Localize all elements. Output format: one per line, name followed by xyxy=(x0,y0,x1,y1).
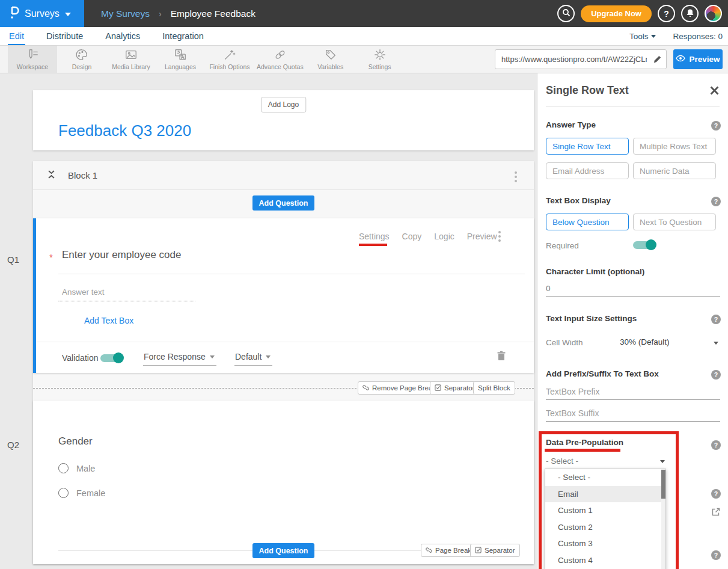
block-menu-kebab-icon[interactable] xyxy=(515,171,517,182)
add-question-button-top[interactable]: Add Question xyxy=(252,195,315,211)
toolbar-item-variables[interactable]: Variables xyxy=(306,46,355,73)
cell-width-value[interactable]: 30% (Default) xyxy=(620,337,670,346)
radio-female[interactable] xyxy=(58,488,69,498)
option-custom-4[interactable]: Custom 4 xyxy=(545,552,665,569)
text-box-display-label: Text Box Display xyxy=(546,196,611,205)
validation-toggle[interactable] xyxy=(100,352,124,363)
q2-number-label: Q2 xyxy=(7,440,19,450)
hidden-section2-help-icon[interactable]: ? xyxy=(711,550,721,560)
tools-dropdown[interactable]: Tools xyxy=(629,32,656,41)
textbox-suffix-input[interactable] xyxy=(546,408,720,422)
data-pre-population-help-icon[interactable]: ? xyxy=(711,440,721,450)
toolbar-item-advance-quotas[interactable]: Advance Quotas xyxy=(254,46,306,73)
force-response-dropdown[interactable]: Force Response xyxy=(143,352,216,366)
tab-analytics[interactable]: Analytics xyxy=(105,31,140,41)
radio-male-label[interactable]: Male xyxy=(76,464,95,473)
option-custom-1[interactable]: Custom 1 xyxy=(545,502,665,519)
tab-question-settings[interactable]: Settings xyxy=(359,232,390,241)
external-link-icon[interactable] xyxy=(711,507,721,519)
block-title[interactable]: Block 1 xyxy=(68,170,97,180)
tab-edit[interactable]: Edit xyxy=(9,31,24,41)
required-asterisk: * xyxy=(49,252,53,262)
tools-label: Tools xyxy=(629,32,649,41)
separator-button-q1[interactable]: Separator xyxy=(430,381,480,395)
edit-url-pencil-icon[interactable] xyxy=(648,55,666,64)
display-below-question[interactable]: Below Question xyxy=(546,214,629,230)
bell-icon xyxy=(686,8,694,19)
question-text-underline xyxy=(58,274,525,274)
answer-type-numeric[interactable]: Numeric Data xyxy=(633,162,716,179)
chevron-down-icon[interactable] xyxy=(714,342,718,345)
separator-label: Separator xyxy=(444,384,475,392)
add-question-button-bottom[interactable]: Add Question xyxy=(252,543,315,558)
toolbar-item-settings[interactable]: Settings xyxy=(355,46,405,73)
add-logo-button[interactable]: Add Logo xyxy=(261,97,306,112)
answer-type-multiple-rows[interactable]: Multiple Rows Text xyxy=(633,138,716,155)
text-input-size-help-icon[interactable]: ? xyxy=(711,315,721,324)
tab-integration[interactable]: Integration xyxy=(162,31,204,41)
notifications-button[interactable] xyxy=(681,5,699,22)
default-dropdown[interactable]: Default xyxy=(234,352,272,366)
tab-question-copy[interactable]: Copy xyxy=(402,232,422,241)
text-box-display-help-icon[interactable]: ? xyxy=(711,197,721,206)
preview-button[interactable]: Preview xyxy=(673,49,723,69)
settings-tab-highlight xyxy=(359,244,387,246)
option-custom-2[interactable]: Custom 2 xyxy=(545,519,665,536)
character-limit-input[interactable] xyxy=(546,283,720,297)
split-block-label: Split Block xyxy=(478,384,510,392)
chain-links-icon xyxy=(274,48,287,63)
tab-distribute[interactable]: Distribute xyxy=(46,31,83,41)
toolbar-item-design[interactable]: Design xyxy=(57,46,106,73)
collapse-block-icon[interactable] xyxy=(48,170,55,181)
popup-scrollbar-thumb[interactable] xyxy=(661,470,665,499)
radio-male[interactable] xyxy=(58,463,69,473)
help-button[interactable]: ? xyxy=(658,5,675,22)
survey-url-input[interactable] xyxy=(495,55,648,64)
toolbar-item-languages[interactable]: Languages xyxy=(156,46,205,73)
popup-scrollbar[interactable] xyxy=(661,469,665,569)
prefix-suffix-help-icon[interactable]: ? xyxy=(711,370,721,380)
question-menu-kebab-icon[interactable] xyxy=(498,231,501,242)
hidden-section-help-icon[interactable]: ? xyxy=(711,489,721,499)
answer-text-placeholder[interactable]: Answer text xyxy=(62,288,105,297)
tab-question-preview[interactable]: Preview xyxy=(467,232,497,241)
page-break-button[interactable]: Page Break xyxy=(421,544,476,557)
answer-type-single-row[interactable]: Single Row Text xyxy=(546,138,629,155)
question-text-q2[interactable]: Gender xyxy=(58,435,93,448)
toolbar-item-label: Workspace xyxy=(17,63,48,70)
toolbar-item-label: Settings xyxy=(369,63,391,70)
split-block-button[interactable]: Split Block xyxy=(473,381,515,395)
chevron-down-icon[interactable] xyxy=(660,460,665,463)
answer-type-email[interactable]: Email Address xyxy=(546,162,629,179)
separator-button-q2[interactable]: Separator xyxy=(470,544,520,557)
breadcrumb-my-surveys[interactable]: My Surveys xyxy=(101,8,150,19)
avatar[interactable] xyxy=(705,5,722,22)
search-button[interactable] xyxy=(557,5,575,22)
option-select[interactable]: - Select - xyxy=(545,469,665,486)
display-next-to-question[interactable]: Next To Question xyxy=(633,214,716,230)
tab-question-logic[interactable]: Logic xyxy=(434,232,454,241)
option-email[interactable]: Email xyxy=(545,486,665,503)
question-settings-panel: Single Row Text Answer Type ? Single Row… xyxy=(537,73,728,569)
text-input-size-label: Text Input Size Settings xyxy=(546,314,637,323)
product-switcher[interactable]: Surveys xyxy=(0,0,84,27)
question-text-q1[interactable]: Enter your employee code xyxy=(62,249,181,261)
delete-question-trash-icon[interactable] xyxy=(497,351,506,364)
data-pre-population-select[interactable]: - Select - xyxy=(546,457,578,466)
upgrade-now-button[interactable]: Upgrade Now xyxy=(581,5,652,22)
remove-page-break-button[interactable]: Remove Page Break xyxy=(358,381,441,395)
top-header: Surveys My Surveys › Employee Feedback U… xyxy=(0,0,728,27)
toolbar-item-workspace[interactable]: Workspace xyxy=(8,46,57,73)
toolbar-item-finish-options[interactable]: Finish Options xyxy=(205,46,254,73)
option-custom-3[interactable]: Custom 3 xyxy=(545,535,665,552)
required-toggle[interactable] xyxy=(633,239,656,250)
answer-type-help-icon[interactable]: ? xyxy=(711,121,721,131)
toolbar-item-media-library[interactable]: Media Library xyxy=(106,46,156,73)
textbox-prefix-input[interactable] xyxy=(546,386,720,400)
block-header: Block 1 xyxy=(33,161,534,190)
survey-title[interactable]: Feedback Q3 2020 xyxy=(58,121,191,140)
close-panel-icon[interactable] xyxy=(710,86,719,97)
validation-label: Validation xyxy=(62,353,98,363)
radio-female-label[interactable]: Female xyxy=(76,488,105,498)
add-text-box-link[interactable]: Add Text Box xyxy=(84,316,133,325)
